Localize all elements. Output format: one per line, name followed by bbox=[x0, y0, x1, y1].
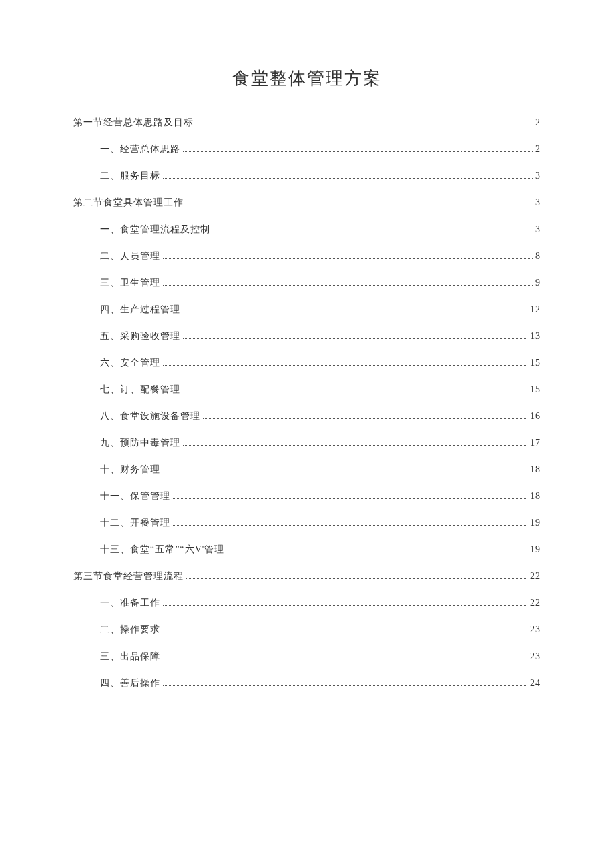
toc-entry: 七、订、配餐管理15 bbox=[73, 384, 541, 396]
document-title: 食堂整体管理方案 bbox=[73, 67, 541, 90]
toc-entry-label: 二、操作要求 bbox=[100, 624, 160, 636]
toc-entry-label: 十一、保管管理 bbox=[100, 490, 170, 502]
toc-entry-page: 3 bbox=[535, 197, 541, 208]
toc-entry-page: 23 bbox=[530, 624, 541, 635]
toc-leader-dots bbox=[203, 418, 527, 419]
toc-entry-label: 一、食堂管理流程及控制 bbox=[100, 224, 210, 236]
toc-entry: 十、财务管理18 bbox=[73, 464, 541, 476]
toc-entry: 十三、食堂“五常”“六V'管理19 bbox=[73, 544, 541, 556]
toc-entry: 一、食堂管理流程及控制3 bbox=[73, 224, 541, 236]
toc-entry-label: 十、财务管理 bbox=[100, 464, 160, 476]
toc-leader-dots bbox=[163, 178, 533, 179]
toc-entry: 四、生产过程管理12 bbox=[73, 304, 541, 316]
toc-entry-page: 18 bbox=[530, 491, 541, 502]
toc-entry-label: 一、经营总体思路 bbox=[100, 143, 180, 155]
toc-entry-label: 第二节食堂具体管理工作 bbox=[73, 197, 184, 209]
table-of-contents: 第一节经营总体思路及目标2一、经营总体思路2二、服务目标3第二节食堂具体管理工作… bbox=[73, 117, 541, 689]
toc-entry-page: 2 bbox=[535, 144, 541, 155]
toc-entry-page: 3 bbox=[535, 224, 541, 235]
toc-leader-dots bbox=[213, 232, 533, 232]
toc-entry-page: 12 bbox=[530, 304, 541, 315]
toc-entry: 九、预防中毒管理17 bbox=[73, 437, 541, 449]
toc-entry-page: 15 bbox=[530, 384, 541, 395]
toc-leader-dots bbox=[163, 285, 533, 286]
toc-leader-dots bbox=[186, 578, 527, 579]
toc-entry: 二、操作要求23 bbox=[73, 624, 541, 636]
toc-entry-page: 8 bbox=[535, 251, 541, 262]
toc-entry: 一、准备工作22 bbox=[73, 597, 541, 609]
toc-entry: 五、采购验收管理13 bbox=[73, 330, 541, 342]
toc-entry-page: 23 bbox=[530, 651, 541, 662]
toc-entry-page: 22 bbox=[530, 571, 541, 582]
toc-entry-page: 19 bbox=[530, 544, 541, 555]
toc-leader-dots bbox=[163, 365, 527, 366]
toc-entry-label: 四、善后操作 bbox=[100, 677, 160, 689]
toc-entry: 一、经营总体思路2 bbox=[73, 143, 541, 155]
toc-entry-label: 二、服务目标 bbox=[100, 170, 160, 182]
toc-leader-dots bbox=[186, 205, 533, 205]
toc-leader-dots bbox=[196, 125, 533, 125]
toc-entry: 三、卫生管理9 bbox=[73, 277, 541, 289]
toc-entry-label: 五、采购验收管理 bbox=[100, 330, 180, 342]
toc-entry: 第三节食堂经营管理流程22 bbox=[73, 570, 541, 582]
toc-entry-label: 十三、食堂“五常”“六V'管理 bbox=[100, 544, 224, 556]
toc-entry: 十二、开餐管理19 bbox=[73, 517, 541, 529]
toc-entry-label: 十二、开餐管理 bbox=[100, 517, 170, 529]
toc-entry: 十一、保管管理18 bbox=[73, 490, 541, 502]
toc-entry-page: 2 bbox=[535, 117, 541, 128]
toc-entry: 第一节经营总体思路及目标2 bbox=[73, 117, 541, 129]
toc-entry-label: 第三节食堂经营管理流程 bbox=[73, 570, 184, 582]
toc-entry-page: 17 bbox=[530, 438, 541, 448]
toc-entry: 二、服务目标3 bbox=[73, 170, 541, 182]
toc-entry-label: 三、出品保障 bbox=[100, 650, 160, 663]
toc-entry-page: 13 bbox=[530, 331, 541, 342]
toc-leader-dots bbox=[163, 258, 533, 259]
toc-entry-label: 三、卫生管理 bbox=[100, 277, 160, 289]
toc-leader-dots bbox=[163, 605, 527, 606]
toc-entry: 二、人员管理8 bbox=[73, 250, 541, 262]
toc-entry: 第二节食堂具体管理工作3 bbox=[73, 197, 541, 209]
toc-entry: 六、安全管理15 bbox=[73, 357, 541, 369]
toc-entry-label: 八、食堂设施设备管理 bbox=[100, 410, 200, 422]
toc-leader-dots bbox=[173, 525, 527, 526]
toc-entry: 八、食堂设施设备管理16 bbox=[73, 410, 541, 422]
toc-entry-page: 19 bbox=[530, 518, 541, 528]
toc-entry-page: 24 bbox=[530, 678, 541, 689]
toc-entry: 四、善后操作24 bbox=[73, 677, 541, 689]
toc-entry-label: 六、安全管理 bbox=[100, 357, 160, 369]
toc-entry-label: 二、人员管理 bbox=[100, 250, 160, 262]
toc-entry-page: 16 bbox=[530, 411, 541, 422]
toc-leader-dots bbox=[183, 445, 527, 446]
toc-leader-dots bbox=[173, 498, 527, 499]
toc-entry-label: 七、订、配餐管理 bbox=[100, 384, 180, 396]
toc-entry-page: 3 bbox=[535, 171, 541, 181]
toc-leader-dots bbox=[183, 151, 533, 152]
toc-leader-dots bbox=[163, 632, 527, 632]
toc-entry-page: 15 bbox=[530, 358, 541, 368]
toc-entry-page: 22 bbox=[530, 598, 541, 608]
toc-entry-label: 九、预防中毒管理 bbox=[100, 437, 180, 449]
toc-leader-dots bbox=[183, 392, 527, 392]
toc-entry: 三、出品保障23 bbox=[73, 650, 541, 663]
toc-entry-label: 第一节经营总体思路及目标 bbox=[73, 117, 194, 129]
toc-entry-label: 四、生产过程管理 bbox=[100, 304, 180, 316]
toc-leader-dots bbox=[183, 312, 527, 312]
toc-entry-page: 9 bbox=[535, 278, 541, 288]
toc-leader-dots bbox=[163, 659, 527, 659]
toc-leader-dots bbox=[183, 338, 527, 339]
toc-leader-dots bbox=[163, 685, 527, 686]
toc-entry-label: 一、准备工作 bbox=[100, 597, 160, 609]
toc-leader-dots bbox=[227, 552, 527, 552]
toc-entry-page: 18 bbox=[530, 464, 541, 475]
toc-leader-dots bbox=[163, 472, 527, 472]
